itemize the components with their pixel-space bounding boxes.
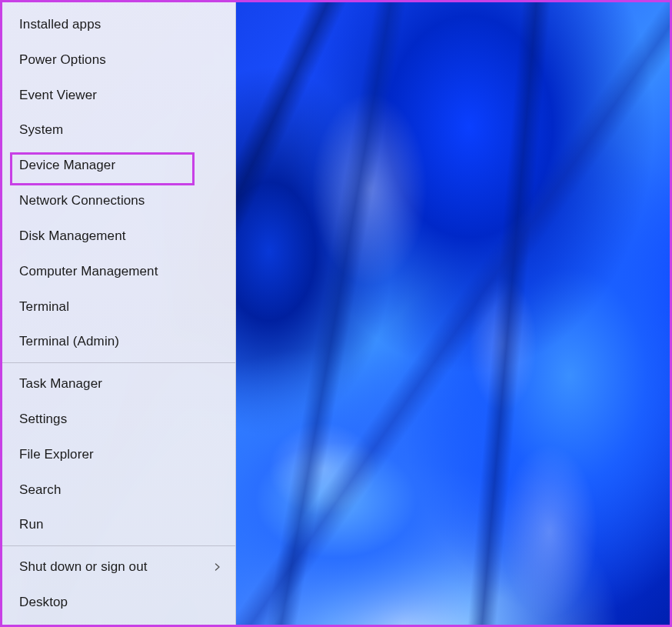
- menu-item-label: Network Connections: [19, 193, 145, 208]
- menu-item-computer-management[interactable]: Computer Management: [2, 254, 235, 289]
- menu-item-shut-down[interactable]: Shut down or sign out: [2, 549, 235, 585]
- menu-item-label: Settings: [19, 412, 67, 427]
- menu-item-label: Event Viewer: [19, 88, 97, 103]
- menu-item-label: Desktop: [19, 595, 68, 610]
- winx-context-menu: Installed apps Power Options Event Viewe…: [2, 2, 236, 625]
- menu-item-label: Terminal (Admin): [19, 334, 119, 349]
- menu-item-terminal[interactable]: Terminal: [2, 289, 235, 325]
- menu-item-search[interactable]: Search: [2, 472, 235, 508]
- menu-item-label: Shut down or sign out: [19, 559, 148, 575]
- menu-item-network-connections[interactable]: Network Connections: [2, 183, 235, 218]
- menu-item-label: Disk Management: [19, 228, 126, 244]
- menu-item-system[interactable]: System: [2, 112, 235, 148]
- menu-item-device-manager[interactable]: Device Manager: [2, 148, 235, 183]
- menu-item-label: Run: [19, 517, 44, 532]
- menu-divider: [2, 545, 235, 546]
- menu-item-disk-management[interactable]: Disk Management: [2, 218, 235, 254]
- menu-item-settings[interactable]: Settings: [2, 402, 235, 437]
- menu-item-label: Device Manager: [19, 158, 115, 173]
- menu-item-label: Power Options: [19, 52, 106, 68]
- menu-item-label: Task Manager: [19, 376, 102, 392]
- menu-item-label: Installed apps: [19, 17, 101, 32]
- menu-item-label: Computer Management: [19, 264, 158, 279]
- menu-item-label: System: [19, 122, 63, 138]
- menu-item-terminal-admin[interactable]: Terminal (Admin): [2, 324, 235, 359]
- menu-item-installed-apps[interactable]: Installed apps: [2, 7, 235, 42]
- chevron-right-icon: [214, 562, 221, 573]
- menu-item-task-manager[interactable]: Task Manager: [2, 366, 235, 402]
- menu-item-event-viewer[interactable]: Event Viewer: [2, 78, 235, 113]
- menu-item-desktop[interactable]: Desktop: [2, 585, 235, 620]
- menu-item-label: Terminal: [19, 299, 69, 315]
- menu-divider: [2, 362, 235, 363]
- menu-item-label: Search: [19, 482, 61, 498]
- menu-item-run[interactable]: Run: [2, 508, 235, 543]
- menu-item-power-options[interactable]: Power Options: [2, 42, 235, 78]
- menu-item-label: File Explorer: [19, 447, 94, 462]
- menu-item-file-explorer[interactable]: File Explorer: [2, 437, 235, 472]
